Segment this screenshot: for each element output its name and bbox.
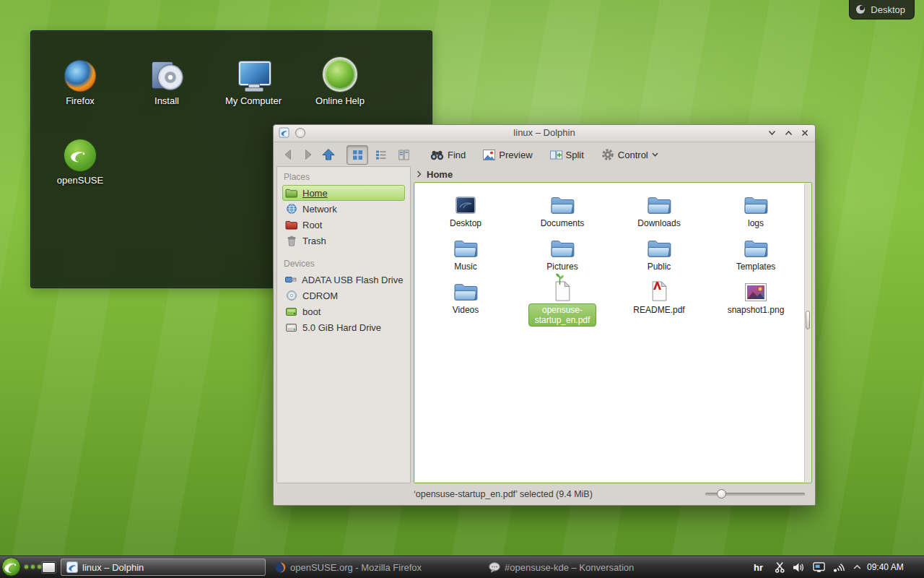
minimize-button[interactable] bbox=[766, 127, 777, 139]
tray-expander[interactable] bbox=[853, 556, 861, 578]
application-launcher-button[interactable] bbox=[1, 557, 21, 577]
show-desktop-button[interactable] bbox=[42, 562, 56, 573]
file-label: Music bbox=[450, 260, 480, 273]
sidebar-item-trash[interactable]: Trash bbox=[282, 233, 405, 249]
desktop-folder-icon bbox=[455, 196, 476, 215]
home-folder-icon bbox=[285, 188, 297, 198]
binoculars-icon bbox=[430, 150, 444, 160]
firefox-task-icon bbox=[275, 562, 286, 573]
task-konversation[interactable]: #opensuse-kde – Konversation bbox=[484, 558, 694, 576]
scrollbar-thumb[interactable] bbox=[806, 311, 810, 329]
folder-icon bbox=[744, 238, 768, 258]
desktop-icon-opensuse[interactable]: openSUSE bbox=[40, 134, 120, 186]
dolphin-task-icon bbox=[66, 561, 78, 573]
file-label: Public bbox=[644, 260, 675, 273]
boot-partition-icon bbox=[285, 308, 297, 316]
devices-header: Devices bbox=[284, 259, 405, 269]
task-label: openSUSE.org - Mozilla Firefox bbox=[290, 562, 422, 573]
file-label: Documents bbox=[537, 217, 588, 230]
zoom-slider[interactable] bbox=[705, 493, 805, 496]
folder-icon bbox=[744, 194, 768, 215]
split-button[interactable]: Split bbox=[546, 147, 588, 163]
file-item-desktop[interactable]: Desktop bbox=[417, 189, 514, 232]
file-item-opensuse-startup-pdf[interactable]: opensuse-startup_en.pdf bbox=[514, 275, 611, 319]
desktop-icon-online-help[interactable]: Online Help bbox=[300, 54, 380, 106]
keyboard-layout-label: hr bbox=[754, 562, 763, 573]
device-notifier-tray-icon[interactable] bbox=[813, 556, 825, 578]
firefox-icon bbox=[64, 60, 96, 92]
file-item-logs[interactable]: logs bbox=[707, 189, 804, 232]
clipboard-tray-icon[interactable] bbox=[775, 556, 785, 578]
titlebar[interactable]: linux – Dolphin bbox=[274, 125, 815, 142]
status-bar: ‘opensuse-startup_en.pdf’ selected (9.4 … bbox=[276, 486, 812, 503]
red-folder-icon bbox=[285, 220, 297, 230]
konversation-task-icon bbox=[489, 562, 500, 573]
chevron-down-icon bbox=[652, 152, 658, 157]
task-firefox[interactable]: openSUSE.org - Mozilla Firefox bbox=[270, 558, 481, 576]
volume-tray-icon[interactable] bbox=[793, 556, 805, 578]
sidebar-item-cdrom[interactable]: CDROM bbox=[282, 288, 405, 303]
folder-icon bbox=[550, 194, 575, 215]
desktop-toolbox[interactable]: Desktop bbox=[849, 0, 915, 20]
file-label: snapshot1.png bbox=[724, 303, 788, 316]
install-icon bbox=[150, 59, 183, 92]
activity-pager[interactable] bbox=[25, 565, 41, 569]
file-label-selected: opensuse-startup_en.pdf bbox=[528, 303, 596, 327]
file-label: README.pdf bbox=[629, 303, 688, 316]
file-item-snapshot-png[interactable]: snapshot1.png bbox=[707, 275, 804, 319]
chevron-up-icon bbox=[853, 564, 861, 570]
zoom-slider-handle[interactable] bbox=[717, 489, 726, 499]
details-view-button[interactable] bbox=[370, 145, 391, 165]
control-button[interactable]: Control bbox=[597, 146, 663, 163]
desktop-icon-label: Firefox bbox=[40, 95, 120, 106]
up-button[interactable] bbox=[319, 145, 338, 164]
desktop-icon-label: Online Help bbox=[300, 95, 380, 106]
close-button[interactable] bbox=[799, 127, 811, 139]
file-label: Downloads bbox=[634, 217, 684, 230]
file-item-readme-pdf[interactable]: README.pdf bbox=[611, 275, 707, 319]
clock[interactable]: 09:40 AM bbox=[867, 556, 904, 578]
speaker-icon bbox=[793, 562, 805, 573]
sidebar-item-usb-drive[interactable]: ADATA USB Flash Drive bbox=[282, 272, 405, 288]
file-item-public[interactable]: Public bbox=[611, 232, 707, 275]
file-view[interactable]: Desktop Documents Downloads logs bbox=[414, 182, 812, 483]
icons-view-button[interactable] bbox=[346, 145, 368, 165]
keyboard-layout-indicator[interactable]: hr bbox=[754, 556, 763, 578]
file-item-templates[interactable]: Templates bbox=[707, 232, 804, 275]
sidebar-item-label: Trash bbox=[302, 236, 326, 246]
file-item-pictures[interactable]: Pictures bbox=[514, 232, 611, 275]
back-button[interactable] bbox=[279, 145, 297, 164]
file-item-videos[interactable]: Videos bbox=[417, 275, 514, 319]
breadcrumb-chevron-icon bbox=[417, 171, 422, 178]
file-label: logs bbox=[744, 217, 767, 230]
file-grid: Desktop Documents Downloads logs bbox=[414, 183, 811, 319]
desktop-icon-label: Install bbox=[127, 95, 206, 106]
sidebar-item-home[interactable]: Home bbox=[282, 185, 405, 201]
forward-button[interactable] bbox=[299, 145, 318, 164]
network-signal-icon bbox=[832, 562, 845, 573]
file-item-music[interactable]: Music bbox=[417, 232, 514, 275]
file-item-downloads[interactable]: Downloads bbox=[611, 189, 707, 232]
sidebar-item-root[interactable]: Root bbox=[282, 217, 405, 233]
desktop-icon-firefox[interactable]: Firefox bbox=[40, 54, 120, 106]
desktop-icon-my-computer[interactable]: My Computer bbox=[214, 54, 293, 106]
sidebar-item-boot[interactable]: boot bbox=[282, 303, 405, 319]
task-label: #opensuse-kde – Konversation bbox=[505, 562, 634, 573]
split-label: Split bbox=[566, 150, 584, 160]
find-button[interactable]: Find bbox=[426, 147, 470, 163]
breadcrumb-home[interactable]: Home bbox=[427, 169, 453, 180]
file-label: Desktop bbox=[446, 217, 485, 230]
sidebar-item-hard-drive[interactable]: 5.0 GiB Hard Drive bbox=[282, 319, 405, 335]
maximize-button[interactable] bbox=[783, 127, 794, 139]
scissors-icon bbox=[775, 561, 785, 573]
desktop-icon-install[interactable]: Install bbox=[127, 54, 206, 106]
my-computer-icon bbox=[237, 59, 270, 92]
file-item-documents[interactable]: Documents bbox=[514, 189, 611, 232]
task-dolphin[interactable]: linux – Dolphin bbox=[61, 558, 266, 576]
network-tray-icon[interactable] bbox=[832, 556, 845, 578]
vertical-scrollbar[interactable] bbox=[804, 184, 811, 482]
preview-button[interactable]: Preview bbox=[479, 147, 536, 163]
breadcrumb[interactable]: Home bbox=[414, 166, 812, 182]
columns-view-button[interactable] bbox=[393, 145, 414, 165]
sidebar-item-network[interactable]: Network bbox=[282, 201, 405, 217]
